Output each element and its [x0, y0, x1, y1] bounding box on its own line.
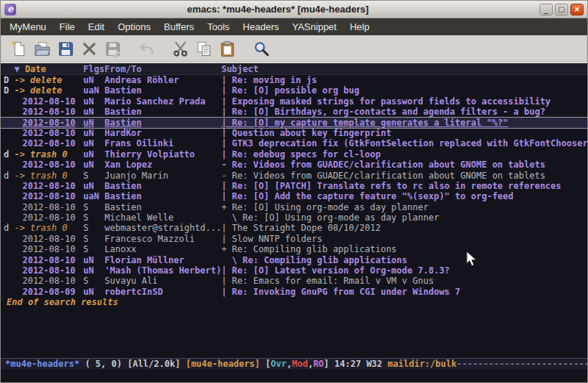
save-icon	[57, 40, 74, 57]
close-x-icon	[81, 40, 98, 57]
subject-column-header[interactable]: Subject	[221, 63, 587, 74]
message-date: -> trash 0	[14, 223, 83, 233]
message-from: Juanjo Marin	[104, 171, 221, 181]
menu-item[interactable]: Headers	[236, 18, 285, 35]
message-date: 2012-08-10	[14, 181, 83, 191]
maximize-button[interactable]: □	[555, 4, 568, 15]
message-row[interactable]: 2012-08-10 uN Bastien | Re: [O] my captu…	[1, 118, 587, 128]
search-button[interactable]	[249, 37, 273, 61]
echo-area[interactable]	[1, 369, 587, 382]
sort-arrow-icon: ▼	[14, 64, 24, 74]
modeline-segment: ]	[324, 359, 334, 369]
message-from: Florian Müllner	[104, 255, 221, 265]
message-mark: D	[4, 75, 14, 85]
modeline-segment: ,	[308, 359, 313, 369]
message-subject: | GTK3 deprecation fix (GtkFontSelection…	[221, 138, 587, 148]
message-flags: uaN	[83, 85, 104, 96]
modeline-segment: Ovr	[270, 359, 287, 369]
message-date: 2012-08-09	[14, 287, 83, 297]
mu4e-headers-buffer: ▼ Date Flgs From/To Subject D -> delete …	[1, 63, 587, 358]
menu-item[interactable]: MyMenu	[3, 18, 53, 35]
close-button[interactable]: ×	[570, 4, 584, 15]
open-file-button[interactable]	[30, 37, 54, 61]
message-mark	[4, 138, 14, 148]
message-row[interactable]: d -> trash 0 S webmaster@straightd... | …	[1, 223, 587, 233]
message-row[interactable]: D -> delete uN Andreas Röhler | Re: movi…	[1, 75, 587, 85]
message-row[interactable]: 2012-08-10 uN Xan Lopez - Re: Videos fro…	[1, 160, 587, 170]
undo-button[interactable]	[135, 37, 158, 61]
menubar: MyMenuFileEditOptionsBuffersToolsHeaders…	[1, 18, 587, 35]
modeline-segment: ,	[287, 359, 292, 369]
message-date: 2012-08-10	[14, 265, 83, 276]
message-subject: + Re: [O] Using org-mode as day planner	[221, 202, 587, 212]
message-row[interactable]: 2012-08-10 uN Mario Sanchez Prada | Expo…	[1, 96, 587, 107]
menu-item[interactable]: Edit	[82, 18, 111, 35]
from-column-header[interactable]: From/To	[104, 63, 221, 74]
menu-item[interactable]: Buffers	[157, 18, 201, 35]
copy-button[interactable]	[192, 37, 215, 61]
message-from: Frans Oilinki	[104, 138, 221, 148]
date-column-header[interactable]: ▼ Date	[14, 63, 83, 74]
message-flags: S	[83, 171, 104, 181]
message-row[interactable]: 2012-08-10 S Lanoxx + Re: Compiling glib…	[1, 244, 587, 254]
message-flags: uN	[83, 160, 104, 170]
message-from: Bastien	[104, 181, 221, 191]
minimize-button[interactable]: _	[539, 4, 553, 15]
message-from: webmaster@straightd...	[104, 223, 221, 233]
cut-button[interactable]	[168, 37, 192, 61]
message-subject: | Re: [O] Add the capture feature "%(sex…	[221, 191, 587, 201]
menu-item[interactable]: Options	[111, 18, 157, 35]
message-subject: | Re: [O] Birthdays, org-contacts and ag…	[221, 107, 587, 117]
message-subject: | Re: [O] my capture template generates …	[221, 118, 587, 128]
paste-button[interactable]	[215, 37, 239, 61]
message-flags: uN	[83, 265, 104, 276]
message-row[interactable]: 2012-08-10 uN Frans Oilinki | GTK3 depre…	[1, 138, 587, 148]
message-from: Mario Sanchez Prada	[104, 96, 221, 107]
menu-item[interactable]: YASnippet	[285, 18, 343, 35]
message-date: 2012-08-10	[14, 107, 83, 117]
message-subject: | Question about key fingerprint	[221, 128, 587, 138]
new-file-button[interactable]	[7, 37, 30, 61]
message-row[interactable]: 2012-08-10 S Suvayu Ali | Re: Emacs for …	[1, 276, 587, 286]
modeline-segment: ( 5, 0)	[79, 359, 127, 369]
menu-item[interactable]: Help	[343, 18, 376, 35]
message-row[interactable]: d -> trash 0 uN Thierry Volpiatto | Re: …	[1, 149, 587, 160]
message-row[interactable]: 2012-08-10 uN Bastien | Re: [O] [PATCH] …	[1, 181, 587, 191]
kill-buffer-button[interactable]	[77, 37, 101, 61]
message-row[interactable]: 2012-08-10 uN Bastien | Re: [O] Birthday…	[1, 107, 587, 117]
message-mark	[4, 255, 14, 265]
message-row[interactable]: 2012-08-10 S Michael Welle \ Re: [O] Usi…	[1, 212, 587, 223]
message-row[interactable]: 2012-08-10 S Bastien + Re: [O] Using org…	[1, 202, 587, 212]
flags-column-header[interactable]: Flgs	[83, 63, 104, 74]
message-subject: - Re: Videos from GUADEC/clarification a…	[221, 171, 587, 181]
message-from: Andreas Röhler	[104, 75, 221, 85]
menu-item[interactable]: Tools	[201, 18, 236, 35]
message-date: 2012-08-10	[14, 138, 83, 148]
message-flags: uN	[83, 107, 104, 117]
message-row[interactable]: 2012-08-10 uN HardKor | Question about k…	[1, 128, 587, 138]
save-as-button[interactable]	[101, 37, 124, 61]
message-row[interactable]: D -> delete uaN Bastien | Re: [O] possib…	[1, 85, 587, 96]
message-row[interactable]: 2012-08-10 uN Florian Müllner \ Re: Comp…	[1, 255, 587, 265]
message-flags: uN	[83, 128, 104, 138]
message-mark	[4, 244, 14, 254]
message-row[interactable]: 2012-08-10 uN 'Mash (Thomas Herbert) | R…	[1, 265, 587, 276]
modeline: *mu4e-headers* ( 5, 0) [All/2.0k] [mu4e-…	[1, 358, 587, 369]
message-row[interactable]: 2012-08-09 uN robertcInSD | Re: Invoking…	[1, 287, 587, 297]
window-controls: _ □ ×	[539, 4, 584, 15]
menu-item[interactable]: File	[53, 18, 82, 35]
message-subject: \ Re: [O] Using org-mode as day planner	[221, 212, 587, 223]
message-flags: uN	[83, 96, 104, 107]
save-as-icon	[104, 40, 121, 57]
message-row[interactable]: 2012-08-10 uaN Bastien | Re: [O] Add the…	[1, 191, 587, 201]
message-subject: | Re: [O] [PATCH] Translate refs to rc a…	[221, 181, 587, 191]
message-flags: S	[83, 202, 104, 212]
message-subject: | Re: [O] Latest version of Org-mode 7.8…	[221, 265, 587, 276]
message-date: 2012-08-10	[14, 255, 83, 265]
message-subject: | Exposing masked strings for password f…	[221, 96, 587, 107]
titlebar[interactable]: e emacs: *mu4e-headers* [mu4e-headers] _…	[1, 1, 587, 18]
save-button[interactable]	[54, 37, 77, 61]
message-mark: d	[4, 171, 14, 181]
message-row[interactable]: 2012-08-10 S Francesco Mazzoli | Slow NN…	[1, 234, 587, 244]
message-row[interactable]: d -> trash 0 S Juanjo Marin - Re: Videos…	[1, 171, 587, 181]
